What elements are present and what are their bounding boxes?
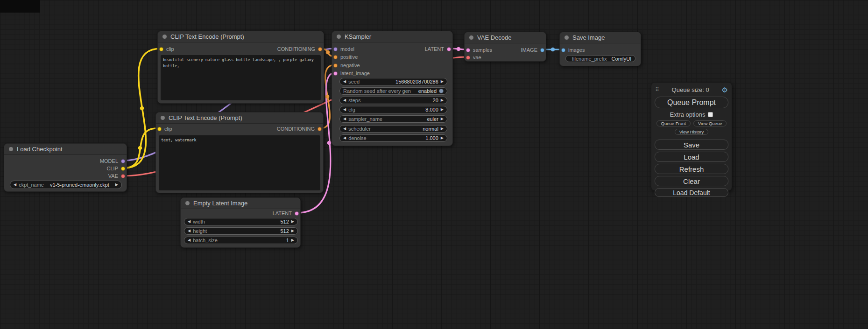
next-arrow-icon[interactable] (441, 117, 444, 121)
clip-output-port[interactable] (121, 167, 125, 171)
widget-label: Random seed after every gen (343, 88, 411, 94)
widget-value: 20 (433, 98, 438, 103)
settings-gear-icon[interactable] (722, 86, 728, 93)
port-label: positive (340, 54, 358, 60)
collapse-dot[interactable] (185, 201, 190, 205)
increment-arrow-icon[interactable] (441, 108, 444, 112)
increment-arrow-icon[interactable] (441, 98, 444, 102)
decrement-arrow-icon[interactable] (343, 136, 346, 140)
widget-label: height (193, 228, 207, 234)
image-output-port[interactable] (540, 48, 544, 52)
node-title-bar[interactable]: CLIP Text Encode (Prompt) (156, 112, 323, 124)
clip-input-port[interactable] (157, 127, 162, 131)
widget-label: batch_size (193, 238, 218, 243)
collapse-dot[interactable] (337, 35, 341, 39)
conditioning-output-port[interactable] (318, 47, 322, 51)
queue-prompt-button[interactable]: Queue Prompt (655, 97, 728, 108)
model-input-port[interactable] (333, 47, 338, 51)
node-empty-latent-image[interactable]: Empty Latent Image LATENT width 512 heig… (180, 197, 301, 248)
port-label: clip (164, 126, 172, 132)
widget-width[interactable]: width 512 (184, 218, 298, 225)
vae-input-port[interactable] (466, 56, 470, 60)
prompt-textarea[interactable]: text, watermark (159, 135, 320, 190)
save-button[interactable]: Save (655, 140, 728, 150)
extra-options-checkbox[interactable] (708, 112, 713, 117)
widget-value: 8.000 (425, 107, 438, 112)
port-label: latent_image (340, 70, 370, 76)
widget-seed[interactable]: seed 156680208700286 (339, 78, 447, 85)
widget-sampler-name[interactable]: sampler_name euler (339, 115, 447, 123)
latent-output-port[interactable] (447, 47, 451, 51)
decrement-arrow-icon[interactable] (343, 80, 346, 84)
widget-ckpt-name[interactable]: ckpt_name v1-5-pruned-emaonly.ckpt (10, 181, 122, 189)
negative-input-port[interactable] (333, 63, 338, 68)
node-clip-text-encode-positive[interactable]: CLIP Text Encode (Prompt) clip CONDITION… (157, 31, 324, 104)
prev-arrow-icon[interactable] (343, 117, 346, 121)
view-queue-button[interactable]: View Queue (693, 120, 727, 126)
decrement-arrow-icon[interactable] (188, 238, 191, 242)
collapse-dot[interactable] (469, 35, 473, 40)
collapse-dot[interactable] (161, 116, 165, 120)
widget-filename-prefix[interactable]: filename_prefix ComfyUI (565, 55, 635, 62)
collapse-dot[interactable] (565, 35, 569, 40)
widget-denoise[interactable]: denoise 1.000 (339, 134, 447, 142)
node-title-bar[interactable]: CLIP Text Encode (Prompt) (158, 31, 324, 42)
vae-output-port[interactable] (121, 174, 125, 178)
clip-input-port[interactable] (159, 47, 163, 51)
node-title: Load Checkpoint (17, 146, 63, 153)
conditioning-output-port[interactable] (318, 127, 322, 131)
node-title-bar[interactable]: VAE Decode (465, 32, 546, 43)
widget-batch-size[interactable]: batch_size 1 (184, 237, 298, 244)
increment-arrow-icon[interactable] (291, 220, 294, 224)
node-clip-text-encode-negative[interactable]: CLIP Text Encode (Prompt) clip CONDITION… (155, 112, 324, 193)
decrement-arrow-icon[interactable] (343, 108, 346, 112)
node-title-bar[interactable]: Load Checkpoint (4, 144, 127, 155)
samples-input-port[interactable] (466, 48, 470, 52)
widget-scheduler[interactable]: scheduler normal (339, 125, 447, 133)
load-button[interactable]: Load (655, 152, 728, 162)
increment-arrow-icon[interactable] (441, 80, 444, 84)
decrement-arrow-icon[interactable] (188, 229, 191, 233)
collapse-dot[interactable] (9, 147, 13, 151)
node-title-bar[interactable]: Save Image (560, 32, 641, 43)
node-save-image[interactable]: Save Image images filename_prefix ComfyU… (559, 32, 641, 66)
widget-value: normal (423, 126, 438, 132)
node-title-bar[interactable]: Empty Latent Image (181, 198, 300, 209)
clear-button[interactable]: Clear (655, 176, 728, 186)
view-history-button[interactable]: View History (675, 129, 709, 135)
link-dot (551, 48, 555, 52)
node-ksampler[interactable]: KSampler model LATENT positive negative … (332, 31, 453, 146)
next-arrow-icon[interactable] (115, 183, 118, 187)
queue-front-button[interactable]: Queue Front (656, 120, 691, 126)
widget-cfg[interactable]: cfg 8.000 (339, 106, 447, 113)
drag-handle-icon[interactable] (655, 87, 659, 92)
widget-steps[interactable]: steps 20 (339, 97, 447, 104)
node-load-checkpoint[interactable]: Load Checkpoint MODEL CLIP VAE ckpt_name… (4, 143, 127, 192)
widget-height[interactable]: height 512 (184, 227, 298, 235)
prompt-textarea[interactable]: beautiful scenery nature glass bottle la… (161, 55, 321, 100)
node-vae-decode[interactable]: VAE Decode samples IMAGE vae (464, 32, 546, 62)
refresh-button[interactable]: Refresh (655, 164, 728, 174)
model-output-port[interactable] (121, 159, 125, 163)
prev-arrow-icon[interactable] (343, 127, 346, 131)
link-dot (325, 95, 330, 99)
latent-output-port[interactable] (295, 211, 299, 216)
increment-arrow-icon[interactable] (291, 238, 294, 242)
decrement-arrow-icon[interactable] (343, 98, 346, 102)
images-input-port[interactable] (561, 48, 565, 52)
load-default-button[interactable]: Load Default (655, 188, 728, 197)
collapse-dot[interactable] (162, 35, 167, 39)
increment-arrow-icon[interactable] (291, 229, 294, 233)
increment-arrow-icon[interactable] (441, 136, 444, 140)
toggle-dot[interactable] (439, 89, 444, 93)
widget-value: 512 (280, 228, 289, 234)
widget-random-seed-toggle[interactable]: Random seed after every gen enabled (339, 87, 447, 95)
port-label: vae (473, 55, 481, 60)
node-title-bar[interactable]: KSampler (332, 31, 452, 42)
next-arrow-icon[interactable] (441, 127, 444, 131)
queue-panel: Queue size: 0 Queue Prompt Extra options… (651, 82, 732, 191)
positive-input-port[interactable] (333, 55, 338, 59)
latent-image-input-port[interactable] (333, 71, 338, 76)
decrement-arrow-icon[interactable] (188, 220, 191, 224)
prev-arrow-icon[interactable] (14, 183, 16, 187)
